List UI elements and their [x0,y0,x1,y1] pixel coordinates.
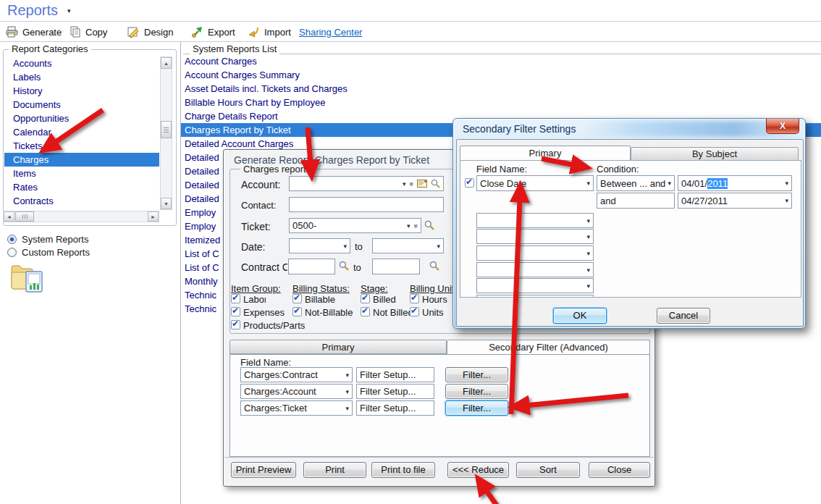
system-reports-radio[interactable]: System Reports [7,233,88,245]
ticket-lookup-icon[interactable] [424,220,434,230]
empty-field-combobox-3[interactable]: ▾ [476,245,594,261]
report-list-item[interactable]: Account Charges Summary [185,68,821,82]
sidebar-item-calendar[interactable]: Calendar [4,125,159,139]
sidebar-item-items[interactable]: Items [4,167,159,180]
empty-field-combobox-5[interactable]: ▾ [476,278,594,293]
chevron-down-icon[interactable]: ▾ [345,405,349,412]
filter-field-combobox-2[interactable]: Charges:Account▾ [240,384,353,399]
scrollbar-thumb[interactable] [161,121,172,138]
chevron-down-icon[interactable]: ▾ [586,233,590,240]
title-caret-icon[interactable]: ▾ [67,7,71,14]
sidebar-item-opportunities[interactable]: Opportunities [4,112,159,125]
not-billable-checkbox[interactable] [292,307,302,316]
scrollbar-thumb[interactable] [15,211,34,222]
reduce-button[interactable]: <<< Reduce [447,462,509,478]
chevron-down-icon[interactable]: ▾ [345,388,349,395]
chevron-down-icon[interactable]: ▾ [586,217,590,224]
chevron-down-icon[interactable]: ▾ [586,180,590,187]
account-lookup-icon[interactable] [431,179,440,188]
expenses-checkbox[interactable] [231,307,240,316]
scroll-up-icon[interactable]: ▲ [161,57,172,69]
design-button[interactable]: Design [127,25,173,39]
chevron-down-icon[interactable]: ▾ [586,266,590,274]
empty-field-combobox-6[interactable] [476,295,594,298]
filter-setup-box-2[interactable]: Filter Setup... [356,384,434,399]
date-to-combobox[interactable]: ▾ [372,238,444,253]
tab-secondary-filter-advanced[interactable]: Secondary Filter (Advanced) [447,340,650,355]
reports-folder-icon[interactable] [9,259,46,295]
close-date-combobox[interactable]: Close Date▾ [476,175,594,191]
scroll-right-icon[interactable]: ► [148,211,159,222]
radio-selected-icon[interactable] [7,235,17,244]
filter-button-1[interactable]: Filter... [445,367,508,382]
billable-checkbox[interactable] [292,294,302,303]
not-billed-checkbox[interactable] [361,307,370,316]
close-date-checkbox[interactable] [465,178,474,188]
sidebar-item-labels[interactable]: Labels [4,70,159,84]
date-to-combobox[interactable]: 04/27/2011▾ [678,193,792,209]
export-button[interactable]: Export [192,25,235,39]
tab-primary[interactable]: Primary [460,146,631,161]
close-button[interactable]: Close [589,462,650,478]
account-combobox[interactable]: ▾ » [289,176,444,191]
chevron-down-icon[interactable]: ▾ [407,222,410,230]
filter-button-2[interactable]: Filter... [445,384,508,399]
chevron-down-icon[interactable]: ▾ [343,243,347,250]
sidebar-item-rates[interactable]: Rates [4,180,159,194]
date-from-combobox[interactable]: 04/01/2011▾ [678,175,792,191]
billed-checkbox[interactable] [361,294,370,303]
scroll-left-icon[interactable]: ◄ [4,211,14,222]
cancel-button[interactable]: Cancel [657,308,710,324]
contact-input[interactable] [289,197,444,212]
chevron-down-icon[interactable]: ▾ [345,371,349,379]
sidebar-item-documents[interactable]: Documents [4,98,159,112]
print-preview-button[interactable]: Print Preview [231,462,296,478]
chevron-down-icon[interactable]: ▾ [785,197,788,204]
print-to-file-button[interactable]: Print to file [371,462,435,478]
radio-unselected-icon[interactable] [7,248,17,257]
chevron-down-icon[interactable]: ▾ [785,180,788,187]
double-chevron-down-icon[interactable]: » [412,224,419,228]
empty-field-combobox-2[interactable]: ▾ [476,229,594,244]
products-parts-checkbox[interactable] [231,320,240,329]
print-button[interactable]: Print [303,462,366,478]
categories-horizontal-scrollbar[interactable]: ◄ ► [3,211,159,222]
chevron-down-icon[interactable]: ▾ [586,282,590,290]
chevron-down-icon[interactable]: ▾ [668,180,671,187]
contact-card-icon[interactable] [417,180,427,188]
contract-to-input[interactable] [372,259,420,274]
sharing-center-link[interactable]: Sharing Center [299,25,362,39]
filter-setup-box-1[interactable]: Filter Setup... [356,367,434,382]
close-icon[interactable]: X [766,119,799,134]
filter-setup-box-3[interactable]: Filter Setup... [356,400,434,416]
copy-button[interactable]: Copy [70,25,107,39]
double-chevron-down-icon[interactable]: » [408,182,415,186]
hours-checkbox[interactable] [410,294,419,303]
scroll-down-icon[interactable]: ▼ [161,198,172,209]
categories-vertical-scrollbar[interactable]: ▲ ▼ [160,56,172,210]
contract-lookup-icon[interactable] [339,261,349,271]
contract-to-lookup-icon[interactable] [429,261,439,271]
filter-button-3-focused[interactable]: Filter... [445,400,508,416]
chevron-down-icon[interactable]: ▾ [586,250,590,257]
empty-field-combobox-1[interactable]: ▾ [476,213,594,228]
sort-button[interactable]: Sort [516,462,580,478]
report-list-item[interactable]: Billable Hours Chart by Employee [185,96,821,109]
ok-button[interactable]: OK [553,308,607,324]
ticket-combobox[interactable]: 0500- ▾ » [289,218,421,233]
condition-combobox[interactable]: Between ... and▾ [597,175,675,191]
tab-by-subject[interactable]: By Subject [631,147,799,161]
sidebar-item-tickets[interactable]: Tickets [4,139,159,153]
sidebar-item-history[interactable]: History [4,84,159,98]
units-checkbox[interactable] [410,307,419,316]
empty-field-combobox-4[interactable]: ▾ [476,262,594,277]
filter-field-combobox-1[interactable]: Charges:Contract▾ [240,367,353,382]
report-list-item[interactable]: Asset Details incl. Tickets and Charges [185,82,821,96]
import-button[interactable]: Import [248,25,291,39]
contract-from-input[interactable] [288,259,335,274]
date-from-combobox[interactable]: ▾ [289,238,350,253]
generate-button[interactable]: Generate [6,25,62,39]
report-list-item[interactable]: Account Charges [185,54,821,68]
tab-primary[interactable]: Primary [230,340,447,354]
labor-checkbox[interactable] [231,294,240,303]
